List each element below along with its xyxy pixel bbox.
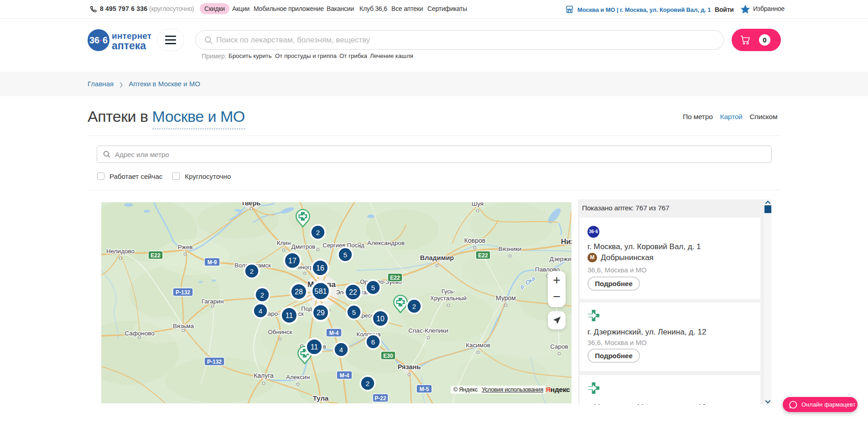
svg-text:E22: E22 — [390, 275, 400, 281]
svg-text:Р-22: Р-22 — [374, 395, 386, 402]
svg-text:4: 4 — [339, 346, 343, 354]
svg-text:22: 22 — [349, 288, 357, 296]
svg-text:М-4: М-4 — [340, 372, 349, 379]
svg-text:6: 6 — [371, 338, 375, 346]
svg-text:11: 11 — [286, 312, 293, 319]
svg-text:Вязники: Вязники — [499, 245, 522, 252]
svg-text:16: 16 — [316, 264, 324, 272]
svg-text:11: 11 — [311, 343, 318, 351]
svg-text:Дмитров: Дмитров — [291, 243, 315, 250]
svg-text:Александров: Александров — [367, 240, 405, 246]
svg-text:10: 10 — [376, 315, 385, 323]
svg-text:Дзержин: Дзержин — [550, 256, 572, 262]
svg-text:Ржев: Ржев — [178, 244, 193, 251]
svg-text:2: 2 — [250, 267, 254, 275]
svg-text:2: 2 — [260, 291, 264, 299]
svg-text:Вязьма: Вязьма — [173, 323, 194, 329]
svg-text:Обнинск: Обнинск — [268, 329, 292, 335]
svg-text:Гагарин: Гагарин — [202, 298, 224, 305]
svg-text:2: 2 — [316, 229, 320, 236]
svg-text:Нелидово: Нелидово — [106, 248, 135, 255]
svg-text:М-4: М-4 — [329, 330, 339, 336]
svg-text:Рязань: Рязань — [398, 363, 421, 371]
svg-text:М-9: М-9 — [208, 259, 217, 266]
svg-text:М-5: М-5 — [420, 386, 429, 392]
svg-text:Р-132: Р-132 — [176, 289, 190, 296]
svg-text:28: 28 — [295, 288, 303, 296]
svg-text:Тверь: Тверь — [241, 202, 261, 207]
svg-text:E22: E22 — [478, 252, 488, 259]
svg-text:2: 2 — [412, 303, 416, 310]
svg-text:E22: E22 — [151, 252, 161, 259]
svg-text:17: 17 — [288, 257, 296, 265]
svg-text:5: 5 — [352, 308, 356, 316]
svg-text:Клин: Клин — [277, 240, 291, 246]
svg-text:Хрустальный: Хрустальный — [430, 295, 467, 302]
svg-text:E30: E30 — [383, 353, 393, 359]
svg-text:5: 5 — [371, 284, 375, 292]
svg-text:4: 4 — [259, 307, 262, 315]
svg-text:Калуга: Калуга — [254, 372, 274, 379]
svg-text:Муром: Муром — [496, 294, 516, 302]
svg-text:5: 5 — [343, 251, 347, 259]
svg-text:Р-132: Р-132 — [207, 359, 222, 365]
svg-text:2: 2 — [366, 380, 369, 387]
svg-text:Саров: Саров — [550, 343, 568, 350]
svg-text:581: 581 — [314, 287, 327, 295]
svg-text:Владимир: Владимир — [420, 254, 454, 261]
svg-text:29: 29 — [317, 309, 325, 317]
svg-text:Спас-Клепики: Спас-Клепики — [408, 327, 448, 334]
svg-text:Шуя: Шуя — [472, 202, 483, 207]
svg-text:Касимов: Касимов — [466, 342, 490, 349]
svg-text:Тула: Тула — [313, 394, 329, 402]
svg-text:Ковров: Ковров — [464, 237, 485, 244]
svg-text:Алексин: Алексин — [286, 374, 310, 381]
svg-text:Ниж: Ниж — [561, 238, 572, 245]
svg-text:Гусь-: Гусь- — [442, 288, 455, 295]
